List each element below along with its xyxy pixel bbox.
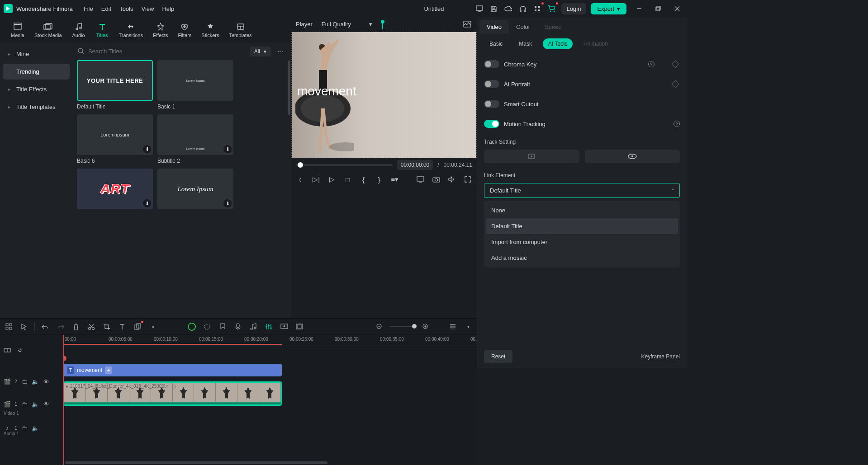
step-back-button[interactable]: ▷| bbox=[312, 174, 321, 184]
keyframe-diamond-icon[interactable] bbox=[672, 80, 679, 88]
export-button[interactable]: Export▾ bbox=[591, 3, 626, 14]
help-icon[interactable]: ? bbox=[674, 121, 680, 127]
keyframe-panel-button[interactable]: Keyframe Panel bbox=[641, 353, 680, 360]
more-tools-icon[interactable]: » bbox=[148, 322, 158, 332]
select-tool-icon[interactable] bbox=[19, 322, 29, 332]
tab-filters[interactable]: Filters bbox=[173, 20, 196, 40]
tab-effects[interactable]: Effects bbox=[148, 20, 172, 40]
record-screen-icon[interactable] bbox=[279, 322, 289, 332]
undo-icon[interactable] bbox=[40, 322, 50, 332]
link-tracks-icon[interactable] bbox=[4, 347, 11, 353]
more-icon[interactable]: ⋯ bbox=[275, 46, 286, 56]
delete-icon[interactable] bbox=[71, 322, 81, 332]
fullscreen-icon[interactable] bbox=[463, 174, 472, 184]
card-basic-6[interactable]: Lorem ipsum⬇ Basic 6 bbox=[77, 114, 153, 164]
toggle-ai-portrait[interactable] bbox=[484, 80, 499, 88]
toggle-smart-cutout[interactable] bbox=[484, 100, 499, 108]
player-viewport[interactable]: movement bbox=[291, 32, 477, 158]
stop-button[interactable]: □ bbox=[343, 174, 352, 184]
card-lorem-serif[interactable]: Lorem Ipsum⬇ bbox=[157, 169, 233, 209]
quality-select[interactable]: Full Quality▾ bbox=[319, 19, 375, 29]
track-size-chevron[interactable]: ▾ bbox=[463, 322, 473, 332]
prev-frame-button[interactable]: ⦉ bbox=[296, 174, 305, 184]
download-icon[interactable]: ⬇ bbox=[223, 199, 232, 207]
link-element-select[interactable]: Default Title ˄ bbox=[484, 183, 680, 198]
maximize-button[interactable] bbox=[652, 2, 664, 15]
card-basic-1[interactable]: Lorem ipsum Basic 1 bbox=[157, 60, 233, 110]
marker-icon[interactable] bbox=[218, 322, 228, 332]
card-subtitle-2[interactable]: Lorem ipsum⬇ Subtitle 2 bbox=[157, 114, 233, 164]
menu-edit[interactable]: Edit bbox=[101, 5, 111, 12]
zoom-in-icon[interactable] bbox=[421, 322, 431, 332]
option-import[interactable]: Import from computer bbox=[486, 234, 678, 250]
sync-tracks-icon[interactable] bbox=[16, 347, 24, 353]
tab-templates[interactable]: Templates bbox=[224, 20, 256, 40]
track-size-icon[interactable] bbox=[448, 322, 458, 332]
color-tool-icon[interactable] bbox=[202, 322, 212, 332]
mixer-icon[interactable] bbox=[264, 322, 274, 332]
redo-icon[interactable] bbox=[56, 322, 66, 332]
zoom-slider[interactable] bbox=[390, 326, 415, 327]
music-tool-icon[interactable] bbox=[248, 322, 258, 332]
track-box-button[interactable] bbox=[484, 150, 579, 163]
download-icon[interactable]: ⬇ bbox=[143, 199, 151, 207]
tab-media[interactable]: Media bbox=[6, 20, 29, 40]
keyframe-diamond-icon[interactable] bbox=[672, 61, 679, 68]
mark-in-button[interactable]: { bbox=[359, 174, 368, 184]
mic-icon[interactable] bbox=[233, 322, 243, 332]
screen-icon[interactable] bbox=[474, 4, 484, 14]
sidebar-item-mine[interactable]: ▸Mine bbox=[3, 46, 70, 62]
download-icon[interactable]: ⬇ bbox=[223, 145, 232, 153]
tab-audio[interactable]: Audio bbox=[67, 20, 90, 40]
mark-out-button[interactable]: } bbox=[375, 174, 384, 184]
help-icon[interactable]: ? bbox=[648, 61, 655, 67]
playhead[interactable] bbox=[63, 335, 64, 368]
zoom-out-icon[interactable] bbox=[375, 322, 384, 332]
sidebar-item-title-templates[interactable]: ▸Title Templates bbox=[3, 99, 70, 115]
play-button[interactable]: ▷ bbox=[327, 174, 337, 184]
cart-icon[interactable] bbox=[547, 4, 557, 14]
camera-icon[interactable] bbox=[432, 174, 441, 184]
toggle-chroma-key[interactable] bbox=[484, 60, 499, 68]
toggle-motion-tracking[interactable] bbox=[484, 120, 499, 128]
search-input[interactable] bbox=[88, 48, 179, 55]
filter-dropdown[interactable]: All▾ bbox=[250, 47, 271, 56]
render-preview-icon[interactable] bbox=[187, 322, 197, 332]
sidebar-item-title-effects[interactable]: ▸Title Effects bbox=[3, 81, 70, 97]
timeline-canvas[interactable]: :00:0000:00:05:0000:00:10:0000:00:15:000… bbox=[63, 335, 477, 368]
title-clip[interactable]: T movement ✦ bbox=[63, 364, 282, 368]
subtab-basic[interactable]: Basic bbox=[484, 38, 508, 49]
track-preview-button[interactable] bbox=[585, 150, 680, 163]
ratio-icon[interactable]: ≡▾ bbox=[390, 174, 400, 184]
tab-stock-media[interactable]: Stock Media bbox=[30, 20, 66, 40]
headphone-icon[interactable] bbox=[518, 4, 528, 14]
cut-icon[interactable] bbox=[86, 322, 96, 332]
snapshot-icon[interactable] bbox=[462, 19, 472, 29]
card-art[interactable]: ART⬇ bbox=[77, 169, 153, 209]
option-none[interactable]: None bbox=[486, 202, 678, 218]
cloud-icon[interactable] bbox=[503, 4, 513, 14]
display-icon[interactable] bbox=[416, 174, 425, 184]
tab-stickers[interactable]: Stickers bbox=[197, 20, 223, 40]
seek-slider[interactable] bbox=[296, 164, 393, 166]
timeline-ruler[interactable]: :00:0000:00:05:0000:00:10:0000:00:15:000… bbox=[63, 335, 477, 346]
menu-tools[interactable]: Tools bbox=[119, 5, 133, 12]
option-mosaic[interactable]: Add a mosaic bbox=[486, 250, 678, 266]
subtab-mask[interactable]: Mask bbox=[513, 38, 537, 49]
login-button[interactable]: Login bbox=[561, 3, 587, 14]
text-tool-icon[interactable] bbox=[117, 322, 127, 332]
apps-icon[interactable] bbox=[532, 4, 542, 14]
grid-icon[interactable] bbox=[4, 322, 14, 332]
save-icon[interactable] bbox=[489, 4, 499, 14]
close-button[interactable] bbox=[671, 2, 683, 15]
tab-titles[interactable]: Titles bbox=[91, 20, 114, 40]
minimize-button[interactable] bbox=[633, 2, 645, 15]
card-default-title[interactable]: YOUR TITLE HERE Default Title bbox=[77, 60, 153, 110]
tab-video[interactable]: Video bbox=[479, 20, 509, 34]
menu-view[interactable]: View bbox=[141, 5, 154, 12]
crop-icon[interactable] bbox=[102, 322, 112, 332]
menu-file[interactable]: File bbox=[84, 5, 93, 12]
option-default-title[interactable]: Default Title bbox=[486, 218, 678, 234]
sidebar-item-trending[interactable]: Trending bbox=[3, 64, 70, 80]
tab-color[interactable]: Color bbox=[509, 20, 537, 34]
